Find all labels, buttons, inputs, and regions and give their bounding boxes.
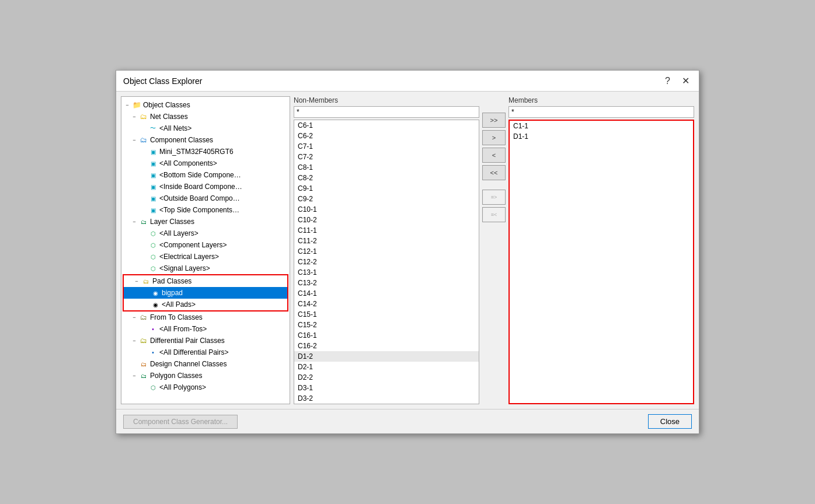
tree-signal-layers[interactable]: − ⬡ <Signal Layers> (121, 262, 290, 274)
tree-all-pads[interactable]: − ◉ <All Pads> (124, 299, 287, 310)
list-item[interactable]: C12-1 (294, 246, 479, 257)
layer-classes-expand: − (131, 218, 138, 225)
add-all-button[interactable]: >> (482, 113, 506, 128)
root-folder-icon: 📁 (132, 100, 141, 110)
signal-layers-icon: ⬡ (148, 264, 158, 273)
list-item[interactable]: C13-2 (294, 278, 479, 288)
all-diff-pairs-label: <All Differential Pairs> (159, 348, 229, 356)
component-layers-label: <Component Layers> (159, 241, 227, 249)
list-item[interactable]: C8-1 (294, 162, 479, 173)
pad-classes-box: − 🗂 Pad Classes − ◉ bigpad − ◉ <All Pads… (123, 274, 288, 312)
list-item[interactable]: C6-2 (294, 131, 479, 141)
remove-one-button[interactable]: < (482, 148, 506, 163)
close-title-button[interactable]: ✕ (680, 75, 692, 86)
list-item[interactable]: C14-1 (294, 288, 479, 299)
tree-all-polygons[interactable]: − ⬡ <All Polygons> (121, 382, 290, 393)
add-one-button[interactable]: > (482, 130, 506, 145)
tree-top-side[interactable]: − ▣ <Top Side Components… (121, 204, 290, 216)
list-item[interactable]: D3-1 (294, 383, 479, 393)
from-to-classes-label: From To Classes (150, 313, 203, 321)
list-item[interactable]: D2-2 (294, 372, 479, 383)
list-item[interactable]: C11-1 (294, 225, 479, 236)
right-area: Non-Members C6-1C6-2C7-1C7-2C8-1C8-2C9-1… (294, 96, 694, 404)
tree-electrical-layers[interactable]: − ⬡ <Electrical Layers> (121, 251, 290, 262)
list-item[interactable]: C11-2 (294, 236, 479, 246)
list-item[interactable]: C10-1 (294, 204, 479, 215)
close-button[interactable]: Close (648, 414, 692, 429)
list-item[interactable]: C13-1 (294, 267, 479, 278)
tree-mini-stm[interactable]: − ▣ Mini_STM32F405RGT6 (121, 146, 290, 158)
lists-row: Non-Members C6-1C6-2C7-1C7-2C8-1C8-2C9-1… (294, 96, 694, 404)
tree-all-components[interactable]: − ▣ <All Components> (121, 158, 290, 169)
list-item[interactable]: C9-1 (294, 183, 479, 194)
tree-root[interactable]: − 📁 Object Classes (121, 99, 290, 111)
main-content: − 📁 Object Classes − 🗂 Net Classes − 〜 <… (116, 92, 699, 409)
all-polygons-icon: ⬡ (148, 383, 158, 392)
list-item[interactable]: C16-1 (294, 330, 479, 341)
generator-button[interactable]: Component Class Generator... (123, 415, 238, 429)
polygon-classes-expand: − (131, 372, 138, 379)
members-list[interactable]: C1-1D1-1 (510, 121, 693, 403)
tree-pad-classes[interactable]: − 🗂 Pad Classes (124, 275, 287, 287)
members-panel: Members C1-1D1-1 (508, 96, 694, 404)
all-nets-icon: 〜 (148, 124, 158, 133)
outside-board-icon: ▣ (148, 194, 158, 203)
tree-outside-board[interactable]: − ▣ <Outside Board Compo… (121, 192, 290, 204)
design-channel-label: Design Channel Classes (150, 360, 227, 368)
list-item[interactable]: D3-2 (294, 393, 479, 404)
tree-design-channel[interactable]: − 🗂 Design Channel Classes (121, 358, 290, 370)
list-item[interactable]: C1-1 (510, 121, 693, 131)
list-item[interactable]: D2-1 (294, 362, 479, 372)
tree-bottom-side[interactable]: − ▣ <Bottom Side Compone… (121, 169, 290, 181)
tree-diff-pair-classes[interactable]: − 🗂 Differential Pair Classes (121, 335, 290, 346)
list-item[interactable]: D1-1 (510, 131, 693, 142)
tree-from-to-classes[interactable]: − 🗂 From To Classes (121, 312, 290, 323)
tree-bigpad[interactable]: − ◉ bigpad (124, 287, 287, 299)
tree-component-classes[interactable]: − 🗂 Component Classes (121, 134, 290, 146)
all-components-label: <All Components> (159, 159, 217, 167)
net-classes-icon: 🗂 (139, 112, 148, 121)
tree-polygon-classes[interactable]: − 🗂 Polygon Classes (121, 370, 290, 382)
list-item[interactable]: D1-2 (294, 351, 479, 362)
title-bar: Object Class Explorer ? ✕ (116, 71, 699, 92)
list-item[interactable]: C10-2 (294, 215, 479, 225)
tree-inside-board[interactable]: − ▣ <Inside Board Compone… (121, 181, 290, 192)
members-filter[interactable] (508, 106, 694, 118)
all-layers-label: <All Layers> (159, 229, 198, 237)
layer-classes-label: Layer Classes (150, 218, 194, 226)
non-members-list[interactable]: C6-1C6-2C7-1C7-2C8-1C8-2C9-1C9-2C10-1C10… (294, 120, 479, 404)
move-down-button[interactable]: ≡< (482, 207, 506, 222)
bigpad-label: bigpad (162, 289, 183, 297)
net-classes-label: Net Classes (150, 113, 188, 121)
non-members-filter[interactable] (294, 106, 479, 118)
tree-all-from-tos[interactable]: − • <All From-Tos> (121, 323, 290, 335)
tree-all-layers[interactable]: − ⬡ <All Layers> (121, 228, 290, 239)
tree-all-diff-pairs[interactable]: − • <All Differential Pairs> (121, 346, 290, 358)
tree-component-layers[interactable]: − ⬡ <Component Layers> (121, 239, 290, 251)
move-up-button[interactable]: ≡> (482, 190, 506, 205)
list-item[interactable]: C6-1 (294, 120, 479, 131)
list-item[interactable]: C9-2 (294, 194, 479, 204)
pad-classes-label: Pad Classes (152, 277, 191, 285)
list-item[interactable]: C15-2 (294, 320, 479, 330)
tree-all-nets[interactable]: − 〜 <All Nets> (121, 123, 290, 134)
inside-board-icon: ▣ (148, 182, 158, 191)
tree-root-label: Object Classes (143, 101, 190, 109)
polygon-classes-label: Polygon Classes (150, 372, 202, 380)
inside-board-label: <Inside Board Compone… (159, 183, 242, 191)
list-item[interactable]: C16-2 (294, 341, 479, 351)
list-item[interactable]: C14-2 (294, 299, 479, 309)
tree-layer-classes[interactable]: − 🗂 Layer Classes (121, 216, 290, 228)
all-nets-label: <All Nets> (159, 124, 191, 132)
component-classes-expand: − (131, 136, 138, 144)
component-classes-label: Component Classes (150, 136, 213, 144)
remove-all-button[interactable]: << (482, 165, 506, 180)
list-item[interactable]: C8-2 (294, 173, 479, 183)
help-button[interactable]: ? (663, 75, 673, 86)
diff-pair-expand: − (131, 337, 138, 344)
list-item[interactable]: C7-1 (294, 141, 479, 152)
list-item[interactable]: C7-2 (294, 152, 479, 162)
tree-net-classes[interactable]: − 🗂 Net Classes (121, 111, 290, 123)
list-item[interactable]: C12-2 (294, 257, 479, 267)
list-item[interactable]: C15-1 (294, 309, 479, 320)
